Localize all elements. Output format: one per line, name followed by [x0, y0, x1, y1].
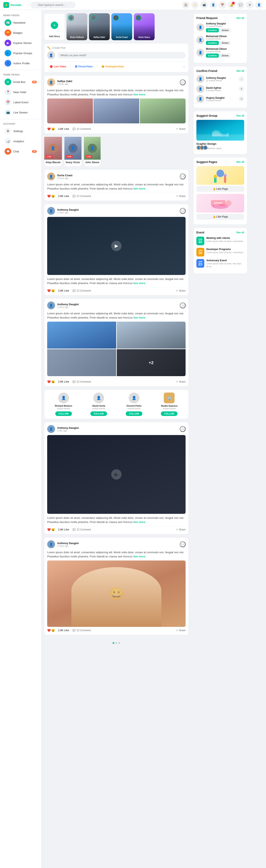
suggest-user-1: 👤 Richard Bowers mutual friends FOLLOW: [47, 393, 80, 416]
like-page-button-2[interactable]: 👍 Like Page: [196, 214, 244, 220]
magic-nav-button[interactable]: ✨: [191, 1, 199, 9]
plus-button-3[interactable]: +: [239, 96, 244, 102]
create-post-more[interactable]: ···: [183, 64, 186, 69]
sidebar-item-email-box[interactable]: ✉ Email Box 03: [1, 77, 40, 87]
sidebar-item-settings[interactable]: ⚙ Settings: [1, 126, 40, 136]
comment-action-4[interactable]: 💬 22 Comment: [73, 380, 91, 383]
comment-action-5[interactable]: 💬 22 Comment: [73, 528, 91, 531]
story-card-hurin[interactable]: 👤 Hurin Saery: [134, 13, 155, 40]
video-nav-button[interactable]: 📹: [200, 1, 208, 9]
search-input[interactable]: [31, 2, 76, 8]
app-logo[interactable]: ⚡ Sociala: [3, 2, 28, 8]
sidebar-item-explore-stories[interactable]: ▶ Explore Stories: [1, 38, 40, 48]
post-avatar-5: 👤: [47, 425, 55, 433]
sidebar-item-latest-event[interactable]: 📅 Latest Event: [1, 97, 40, 107]
comment-action-2[interactable]: 💬 22 Comment: [73, 195, 91, 197]
sidebar-item-live-stream[interactable]: 📺 Live Stream: [1, 107, 40, 117]
event-date-box-1: FEB 22: [196, 237, 204, 245]
suggest-user-3: 👤 Vincent Parks mutual friends FOLLOW: [117, 393, 151, 416]
share-action-5[interactable]: ↗ Share: [176, 528, 186, 531]
live-card-aliqa[interactable]: 👤 LIVE Aliqa Macale: [44, 137, 62, 166]
story-card-gorla[interactable]: 👤 Gorla Coast: [111, 13, 132, 40]
confirm-button-1[interactable]: Confirm: [206, 28, 219, 32]
post-author-info-1: Saffya Zakir 2 Hour ago: [57, 80, 73, 85]
confirm-friend-see-all[interactable]: See all: [236, 69, 244, 72]
story-card-victor[interactable]: 👤 Victor Erikson: [66, 13, 87, 40]
delete-button-3[interactable]: Delete: [220, 54, 231, 58]
friend-request-see-all[interactable]: See all: [236, 17, 244, 20]
follow-button-1[interactable]: FOLLOW: [55, 411, 72, 416]
like-page-button-1[interactable]: 👍 Like Page: [196, 186, 244, 192]
suggest-group-see-all[interactable]: See all: [236, 114, 244, 117]
see-more-2[interactable]: See more: [133, 187, 145, 190]
add-story-card[interactable]: + Add Story: [44, 13, 65, 40]
delete-button-2[interactable]: Delete: [220, 41, 231, 45]
post-card-6: 👤 Anthony Daugloi 2 Hour ago ··· Lorem i…: [44, 537, 189, 635]
heart-emoji-5: ❤️: [47, 528, 51, 531]
sidebar-item-newsfeed[interactable]: 📰 Newsfeed: [1, 18, 40, 28]
sidebar-item-author-profile[interactable]: 👤 Author Profile: [1, 58, 40, 68]
feeling-button[interactable]: 😊 Feeling/Activity: [99, 64, 127, 69]
post-more-btn-5[interactable]: ···: [180, 426, 186, 432]
follow-button-2[interactable]: FOLLOW: [90, 411, 107, 416]
follow-button-4[interactable]: FOLLOW: [161, 411, 178, 416]
see-more-4[interactable]: See more: [133, 316, 145, 319]
post-more-btn-1[interactable]: ···: [180, 80, 186, 85]
see-more-5[interactable]: See more: [133, 521, 145, 524]
share-action-1[interactable]: ↗ Share: [176, 127, 186, 130]
post-more-btn-4[interactable]: ···: [180, 303, 186, 308]
story-card-saffya[interactable]: 👤 Saffya Zakir: [89, 13, 110, 40]
delete-button-1[interactable]: Delete: [220, 28, 231, 32]
chat-nav-button[interactable]: 💬: [237, 1, 244, 9]
suggest-pages-see-all[interactable]: See all: [236, 160, 244, 163]
live-card-bg-3: 👤 LIVE: [84, 137, 101, 160]
chevron-button-1[interactable]: ›: [239, 76, 244, 82]
settings-nav-button[interactable]: ⚙: [246, 1, 254, 9]
create-post-input[interactable]: What's on your mind?: [57, 52, 186, 59]
sidebar-item-analytics[interactable]: 📊 Analytics: [1, 136, 40, 146]
follow-button-3[interactable]: FOLLOW: [126, 411, 142, 416]
user-nav-button[interactable]: 👤: [210, 1, 217, 9]
tall-play-button[interactable]: ▶: [111, 469, 122, 479]
see-more-1[interactable]: See more: [133, 93, 145, 96]
post-more-btn-3[interactable]: ···: [180, 208, 186, 214]
see-more-3[interactable]: See more: [133, 282, 145, 285]
play-button[interactable]: ▶: [111, 241, 122, 251]
friend-req-btns-3: Confirm Delete: [206, 54, 244, 58]
confirm-button-2[interactable]: Confirm: [206, 41, 219, 45]
share-action-4[interactable]: ↗ Share: [176, 380, 186, 383]
comment-action-3[interactable]: 💬 22 Comment: [73, 289, 91, 292]
photo-video-button[interactable]: 🖼 Photo/Video: [72, 64, 96, 69]
comment-count-6: 22 Comment: [77, 629, 91, 632]
sidebar-item-popular-groups[interactable]: 👥 Popular Groups: [1, 48, 40, 58]
events-see-all[interactable]: See all: [236, 231, 244, 234]
friend-req-name-1: Anthony Daugloi: [206, 22, 244, 25]
friend-req-btns-1: Confirm Delete: [206, 28, 244, 32]
confirm-button-3[interactable]: Confirm: [206, 54, 219, 58]
story-name-hurin: Hurin Saery: [135, 36, 153, 38]
comment-action-1[interactable]: 💬 22 Comment: [73, 127, 91, 130]
sidebar-item-badges[interactable]: 🏆 Badges: [1, 28, 40, 38]
home-nav-button[interactable]: 🏠: [182, 1, 189, 9]
bell-nav-button[interactable]: 🔔: [228, 1, 235, 9]
live-card-seary[interactable]: 👤 LIVE Seary Victor: [64, 137, 82, 166]
live-card-john[interactable]: 👤 LIVE John Steere: [84, 137, 101, 166]
sidebar-item-chat[interactable]: 💬 Chat 10: [1, 146, 40, 156]
profile-nav-button[interactable]: 👤: [255, 1, 263, 9]
svg-point-4: [214, 175, 217, 178]
confirm-friend-info-3: Hugury Daugloi 8 mutual friends: [206, 96, 224, 102]
create-post-top: 👤 What's on your mind?: [47, 51, 186, 59]
live-video-button[interactable]: 🔴 Live Video: [47, 64, 69, 69]
sidebar-label-popular-groups: Popular Groups: [13, 52, 32, 55]
post-more-btn-6[interactable]: ···: [180, 541, 186, 547]
comment-action-6[interactable]: 💬 22 Comment: [73, 629, 91, 632]
share-action-6[interactable]: ↗ Share: [176, 629, 186, 632]
share-action-2[interactable]: ↗ Share: [176, 195, 186, 197]
share-action-3[interactable]: ↗ Share: [176, 289, 186, 292]
calendar-nav-button[interactable]: 📅: [219, 1, 226, 9]
plus-button-2[interactable]: +: [239, 86, 244, 92]
sidebar-item-near-hotel[interactable]: 📍 Near Hotel: [1, 87, 40, 97]
post-more-btn-2[interactable]: ···: [180, 174, 186, 179]
suggest-name-3: Vincent Parks: [117, 405, 151, 407]
see-more-6[interactable]: See more: [133, 555, 145, 558]
